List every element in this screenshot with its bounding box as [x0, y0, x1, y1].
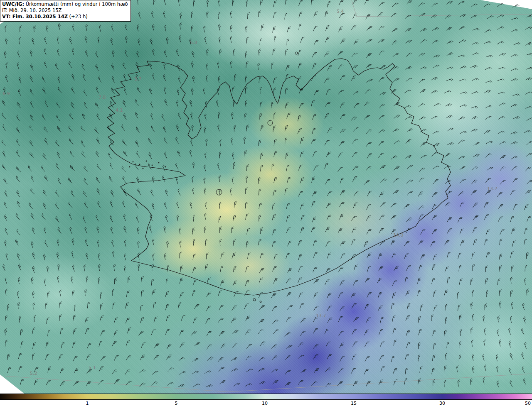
title-line-3: VT: Fim. 30.10.2025 14Z (+23 h)	[2, 14, 128, 20]
colorbar-tick-label: 30	[439, 401, 445, 406]
colorbar-tick-label: 50	[525, 401, 531, 406]
colorbar: 1510153050	[0, 394, 532, 406]
model-id: UWC/IG:	[2, 1, 24, 7]
map-area: 5.46.86.93.77.84.113.214.013.75.15.2	[0, 0, 532, 394]
title-line-1: UWC/IG: Úrkomumætti (mm) og vindur í 100…	[2, 1, 128, 7]
colorbar-tick-label: 5	[175, 401, 178, 406]
title-line-2: IT: Mið. 29. 10. 2025 15Z	[2, 7, 128, 14]
colorbar-tick-label: 10	[262, 401, 268, 406]
colorbar-gradient	[0, 394, 532, 400]
colorbar-tick-label: 1	[86, 401, 89, 406]
weather-map: 5.46.86.93.77.84.113.214.013.75.15.2	[0, 0, 532, 406]
wind-barbs-layer	[0, 0, 532, 394]
colorbar-tick-label: 15	[351, 401, 357, 406]
map-title-box: UWC/IG: Úrkomumætti (mm) og vindur í 100…	[0, 0, 131, 22]
